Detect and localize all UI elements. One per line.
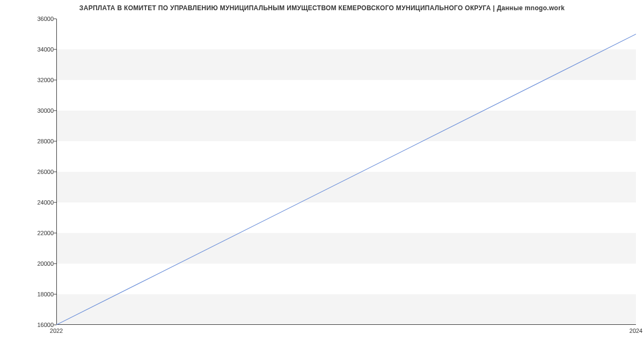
x-axis-tick-label: 2022 [50, 328, 63, 334]
y-axis-tick-mark [54, 294, 56, 295]
y-axis-tick-label: 32000 [21, 77, 54, 83]
y-axis-tick-mark [54, 49, 56, 50]
y-axis-tick-mark [54, 202, 56, 203]
y-axis-tick-mark [54, 325, 56, 325]
y-axis-tick-label: 30000 [21, 107, 54, 114]
y-axis-tick-mark [54, 111, 56, 111]
y-axis-tick-label: 22000 [21, 230, 54, 236]
y-axis-tick-mark [54, 80, 56, 81]
chart-container: ЗАРПЛАТА В КОМИТЕТ ПО УПРАВЛЕНИЮ МУНИЦИП… [0, 0, 644, 349]
line-series [56, 34, 636, 325]
y-axis-tick-label: 18000 [21, 291, 54, 297]
chart-line-layer [56, 19, 636, 325]
y-axis-tick-label: 36000 [21, 16, 54, 22]
y-axis-tick-label: 20000 [21, 260, 54, 267]
y-axis-tick-mark [54, 233, 56, 234]
y-axis-tick-mark [54, 141, 56, 142]
y-axis-tick-label: 26000 [21, 169, 54, 175]
y-axis-tick-label: 24000 [21, 199, 54, 206]
y-axis-tick-mark [54, 19, 56, 19]
x-axis-tick-label: 2024 [630, 328, 642, 334]
y-axis-tick-label: 28000 [21, 138, 54, 144]
y-axis-tick-label: 34000 [21, 46, 54, 53]
y-axis-tick-mark [54, 264, 56, 264]
y-axis-tick-mark [54, 172, 56, 172]
y-axis-tick-label: 16000 [21, 322, 54, 328]
chart-title: ЗАРПЛАТА В КОМИТЕТ ПО УПРАВЛЕНИЮ МУНИЦИП… [0, 4, 644, 12]
